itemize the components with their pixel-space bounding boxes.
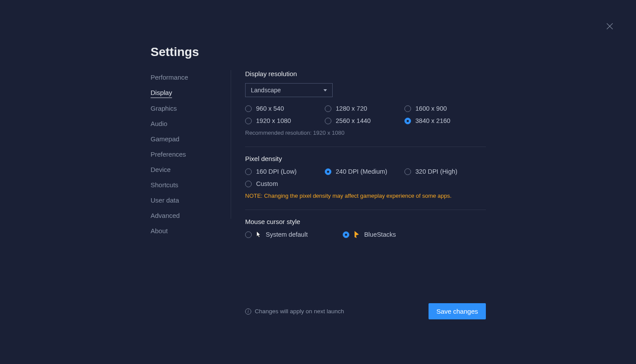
- close-button[interactable]: [605, 22, 614, 31]
- resolution-label: 2560 x 1440: [336, 117, 371, 124]
- pixel-density-note: NOTE: Changing the pixel density may aff…: [245, 192, 486, 199]
- density-label: 240 DPI (Medium): [336, 168, 387, 175]
- resolution-radio-group: 960 x 540 1280 x 720 1600 x 900 1920 x 1…: [245, 105, 486, 124]
- sidebar-item-about[interactable]: About: [151, 226, 168, 236]
- density-option-240[interactable]: 240 DPI (Medium): [325, 168, 404, 175]
- resolution-label: 1600 x 900: [415, 105, 447, 112]
- sidebar-item-performance[interactable]: Performance: [151, 72, 188, 82]
- density-option-custom[interactable]: Custom: [245, 180, 325, 187]
- radio-icon: [404, 118, 411, 124]
- sidebar-item-audio[interactable]: Audio: [151, 119, 167, 129]
- close-icon: [605, 22, 614, 31]
- density-label: 320 DPI (High): [415, 168, 457, 175]
- radio-icon: [343, 231, 349, 238]
- footer-info: i Changes will apply on next launch: [245, 308, 344, 315]
- radio-icon: [245, 181, 252, 187]
- density-option-160[interactable]: 160 DPI (Low): [245, 168, 325, 175]
- sidebar-item-advanced[interactable]: Advanced: [151, 210, 180, 220]
- radio-icon: [404, 168, 411, 175]
- recommended-resolution-label: Recommended resolution: 1920 x 1080: [245, 130, 486, 136]
- sidebar-item-display[interactable]: Display: [151, 88, 172, 98]
- resolution-label: 1280 x 720: [336, 105, 367, 112]
- resolution-option-1920x1080[interactable]: 1920 x 1080: [245, 117, 325, 124]
- density-label: Custom: [256, 180, 278, 187]
- radio-icon: [325, 118, 331, 124]
- sidebar-item-graphics[interactable]: Graphics: [151, 103, 177, 113]
- footer-info-text: Changes will apply on next launch: [255, 308, 344, 315]
- cursor-option-system[interactable]: System default: [245, 231, 308, 238]
- pixel-density-title: Pixel density: [245, 155, 486, 162]
- sidebar-item-user-data[interactable]: User data: [151, 195, 179, 205]
- sidebar-item-preferences[interactable]: Preferences: [151, 149, 186, 159]
- resolution-label: 1920 x 1080: [256, 117, 291, 124]
- page-title: Settings: [151, 45, 199, 59]
- mouse-cursor-title: Mouse cursor style: [245, 218, 486, 225]
- density-radio-group: 160 DPI (Low) 240 DPI (Medium) 320 DPI (…: [245, 168, 486, 187]
- radio-icon: [245, 105, 252, 112]
- radio-icon: [245, 168, 252, 175]
- density-option-320[interactable]: 320 DPI (High): [404, 168, 484, 175]
- radio-icon: [245, 118, 252, 124]
- sidebar-item-gamepad[interactable]: Gamepad: [151, 134, 179, 144]
- section-divider: [245, 147, 486, 147]
- cursor-label: BlueStacks: [364, 231, 396, 238]
- system-cursor-icon: [256, 231, 261, 238]
- settings-footer: i Changes will apply on next launch Save…: [245, 303, 486, 319]
- resolution-option-960x540[interactable]: 960 x 540: [245, 105, 325, 112]
- cursor-radio-group: System default BlueStacks: [245, 231, 486, 238]
- density-label: 160 DPI (Low): [256, 168, 297, 175]
- bluestacks-cursor-icon: [354, 231, 360, 238]
- resolution-label: 3840 x 2160: [415, 117, 450, 124]
- info-icon: i: [245, 308, 251, 315]
- radio-icon: [245, 231, 252, 238]
- sidebar-item-shortcuts[interactable]: Shortcuts: [151, 180, 178, 190]
- display-resolution-title: Display resolution: [245, 70, 486, 77]
- sidebar-item-device[interactable]: Device: [151, 164, 171, 175]
- orientation-select[interactable]: Landscape: [245, 83, 333, 97]
- resolution-option-2560x1440[interactable]: 2560 x 1440: [325, 117, 404, 124]
- settings-sidebar: Performance Display Graphics Audio Gamep…: [151, 72, 229, 236]
- caret-down-icon: [323, 89, 327, 91]
- settings-content: Display resolution Landscape 960 x 540 1…: [245, 70, 486, 238]
- sidebar-divider: [231, 70, 231, 219]
- resolution-option-1280x720[interactable]: 1280 x 720: [325, 105, 404, 112]
- cursor-option-bluestacks[interactable]: BlueStacks: [343, 231, 396, 238]
- resolution-option-3840x2160[interactable]: 3840 x 2160: [404, 117, 484, 124]
- resolution-option-1600x900[interactable]: 1600 x 900: [404, 105, 484, 112]
- orientation-value: Landscape: [251, 87, 281, 94]
- resolution-label: 960 x 540: [256, 105, 284, 112]
- radio-icon: [325, 168, 331, 175]
- save-changes-button[interactable]: Save changes: [429, 303, 486, 319]
- radio-icon: [325, 105, 331, 112]
- cursor-label: System default: [266, 231, 308, 238]
- radio-icon: [404, 105, 411, 112]
- section-divider: [245, 210, 486, 210]
